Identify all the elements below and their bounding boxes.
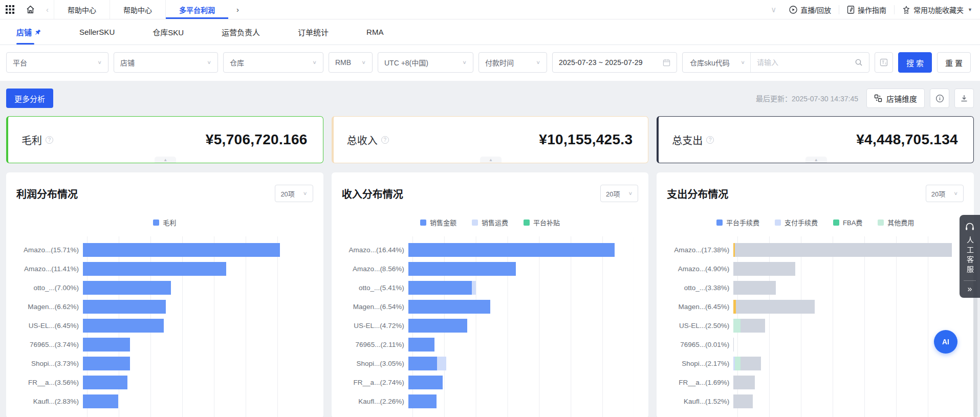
page-tab-active[interactable]: 多平台利润: [165, 0, 228, 19]
batch-input-button[interactable]: [875, 52, 893, 73]
search-button[interactable]: 搜 索: [898, 52, 932, 73]
metric-label: 总收入?: [347, 133, 389, 147]
items-count-select[interactable]: 20项∨: [275, 185, 313, 202]
search-icon[interactable]: [855, 58, 863, 67]
collapse-toolbar-icon[interactable]: ∨: [766, 5, 781, 14]
bar-segment: [733, 394, 752, 408]
home-icon: [26, 5, 35, 14]
operation-guide-button[interactable]: 操作指南: [839, 5, 894, 15]
dimension-switch-label: 店铺维度: [886, 93, 917, 104]
bar-row: otto_...(3.38%): [667, 278, 964, 297]
sku-type-select[interactable]: 仓库sku代码 ∨: [683, 53, 750, 72]
panel-header: 利润分布情况 20项∨: [16, 185, 313, 202]
tab-order-stats[interactable]: 订单统计: [298, 19, 329, 45]
download-button[interactable]: [954, 89, 974, 108]
bar-segment: [83, 243, 280, 257]
page-tab-label: 多平台利润: [179, 5, 215, 15]
bar-segment: [733, 319, 740, 333]
collapse-arrow-icon[interactable]: ▲: [155, 157, 176, 163]
tab-back-icon[interactable]: ‹: [41, 0, 54, 19]
bar-row: Magen...(6.62%): [16, 297, 313, 316]
bar-label: FR__a...(3.56%): [16, 379, 83, 386]
customer-service-widget[interactable]: 人工客服 »: [960, 215, 980, 298]
page-tab-label: 帮助中心: [123, 5, 152, 15]
home-button[interactable]: [20, 0, 41, 19]
legend-item[interactable]: FBA费: [833, 217, 862, 227]
dimension-switch-button[interactable]: 店铺维度: [866, 89, 925, 108]
bar-row: Shopi...(3.05%): [342, 354, 639, 373]
collapse-arrow-icon[interactable]: ▲: [480, 157, 502, 163]
ai-assistant-button[interactable]: AI: [934, 330, 957, 354]
tab-sellersku[interactable]: SellerSKU: [79, 19, 115, 45]
info-button[interactable]: [930, 89, 949, 108]
tab-warehouse-sku[interactable]: 仓库SKU: [153, 19, 184, 45]
items-count-label: 20项: [606, 189, 620, 199]
legend-item[interactable]: 平台手续费: [716, 217, 759, 227]
collapse-arrow-icon[interactable]: ▲: [805, 157, 827, 163]
items-count-select[interactable]: 20项∨: [926, 185, 964, 202]
bar-segment: [408, 300, 490, 314]
bar-row: 76965...(0.01%): [667, 335, 964, 354]
metric-card-gross-profit: 毛利? ¥5,706,720.166 ▲: [6, 116, 323, 163]
apps-menu-button[interactable]: [0, 0, 20, 19]
legend-label: 销售运费: [482, 217, 508, 227]
top-bar: ‹ 帮助中心 帮助中心 多平台利润 › ∨ 直播/回放 操作指南 常用功能收藏夹…: [0, 0, 980, 19]
chart-legend: 毛利: [16, 217, 313, 227]
grid-menu-icon: [6, 5, 14, 14]
warehouse-select[interactable]: 仓库∨: [223, 52, 323, 73]
panel-title: 利润分布情况: [16, 186, 78, 201]
legend-label: FBA费: [843, 217, 862, 227]
platform-select[interactable]: 平台∨: [6, 52, 108, 73]
pin-icon[interactable]: [34, 29, 41, 36]
bar-segment: [83, 394, 118, 408]
tab-label: 订单统计: [298, 27, 329, 37]
time-type-select[interactable]: 付款时间∨: [478, 52, 547, 73]
tab-shop[interactable]: 店铺: [16, 19, 41, 45]
currency-select[interactable]: RMB∨: [329, 52, 373, 73]
metric-card-total-revenue: 总收入? ¥10,155,425.3 ▲: [332, 116, 649, 163]
more-analysis-button[interactable]: 更多分析: [6, 89, 53, 108]
sku-search-input[interactable]: [757, 58, 851, 67]
bar-label: Shopi...(3.05%): [342, 360, 408, 367]
bar-segment: [733, 262, 795, 276]
help-icon[interactable]: ?: [381, 136, 389, 144]
collapse-right-icon[interactable]: »: [968, 282, 972, 296]
live-playback-button[interactable]: 直播/回放: [781, 5, 839, 15]
bar-row: 76965...(2.11%): [342, 335, 639, 354]
legend-item[interactable]: 支付手续费: [775, 217, 818, 227]
chevron-down-icon: ∨: [312, 59, 317, 65]
bar-label: Amazo...(15.71%): [16, 246, 83, 254]
reset-button[interactable]: 重 置: [937, 52, 971, 73]
timezone-select[interactable]: UTC +8(中国)∨: [378, 52, 473, 73]
date-range-picker[interactable]: 2025-07-23 ~ 2025-07-29: [552, 52, 677, 73]
bar-label: Shopi...(2.17%): [667, 360, 733, 367]
tab-forward-icon[interactable]: ›: [228, 0, 247, 19]
legend-item[interactable]: 其他费用: [878, 217, 914, 227]
bar-row: Amazo...(8.56%): [342, 259, 639, 278]
items-count-select[interactable]: 20项∨: [600, 185, 638, 202]
bar-track: [83, 262, 309, 276]
legend-item[interactable]: 毛利: [153, 217, 176, 227]
bar-segment: [733, 281, 776, 295]
bar-segment: [83, 357, 130, 370]
legend-item[interactable]: 平台补贴: [524, 217, 560, 227]
shop-select[interactable]: 店铺∨: [114, 52, 218, 73]
page-tab-1[interactable]: 帮助中心: [54, 0, 110, 19]
help-icon[interactable]: ?: [46, 136, 53, 144]
tab-operator[interactable]: 运营负责人: [222, 19, 260, 45]
help-icon[interactable]: ?: [706, 136, 714, 144]
bar-row: Shopi...(3.73%): [16, 354, 313, 373]
bar-track: [83, 357, 309, 370]
action-row: 更多分析 最后更新：2025-07-30 14:37:45 店铺维度: [6, 89, 974, 108]
bar-label: Amazo...(16.44%): [342, 246, 408, 254]
last-update-text: 最后更新：2025-07-30 14:37:45: [756, 93, 858, 103]
filter-bar: 平台∨ 店铺∨ 仓库∨ RMB∨ UTC +8(中国)∨ 付款时间∨ 2025-…: [0, 45, 980, 81]
bar-row: FR__a...(1.69%): [667, 373, 964, 392]
favorites-button[interactable]: 常用功能收藏夹 ▼: [895, 5, 980, 15]
batch-text-icon: [880, 58, 888, 67]
bar-track: [733, 281, 960, 295]
legend-item[interactable]: 销售金额: [420, 217, 456, 227]
legend-item[interactable]: 销售运费: [472, 217, 508, 227]
tab-rma[interactable]: RMA: [366, 19, 383, 45]
page-tab-2[interactable]: 帮助中心: [110, 0, 165, 19]
